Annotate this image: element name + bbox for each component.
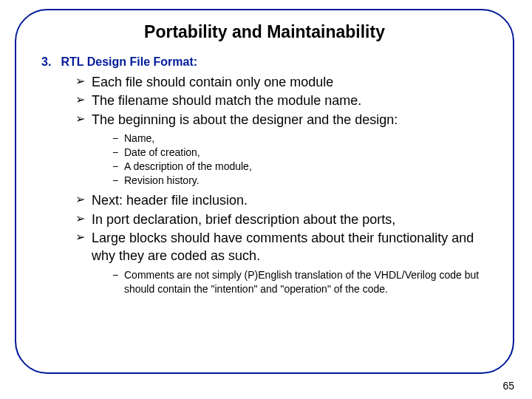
list-item: Comments are not simply (P)English trans… (112, 268, 488, 296)
bullet-list-2: Next: header file inclusion. In port dec… (41, 191, 488, 265)
list-item: The beginning is about the designer and … (75, 111, 488, 129)
list-item: Date of creation, (112, 146, 488, 160)
list-item: In port declaration, brief description a… (75, 211, 488, 228)
list-item: Name, (112, 132, 488, 146)
section-number: 3. (41, 55, 58, 69)
list-item: A description of the module, (112, 160, 488, 174)
slide-frame: Portability and Maintainability 3. RTL D… (15, 9, 514, 374)
sub-list-2: Comments are not simply (P)English trans… (41, 268, 488, 296)
list-item: Revision history. (112, 174, 488, 188)
page-number: 65 (502, 380, 514, 392)
bullet-list-1: Each file should contain only one module… (41, 73, 488, 129)
list-item: Large blocks should have comments about … (75, 229, 488, 265)
slide-title: Portability and Maintainability (41, 22, 488, 42)
list-item: Each file should contain only one module (75, 73, 488, 91)
section-heading: 3. RTL Design File Format: (41, 55, 488, 69)
sub-list-1: Name, Date of creation, A description of… (41, 132, 488, 188)
list-item: Next: header file inclusion. (75, 191, 488, 209)
section-title: RTL Design File Format: (61, 55, 197, 68)
list-item: The filename should match the module nam… (75, 92, 488, 109)
